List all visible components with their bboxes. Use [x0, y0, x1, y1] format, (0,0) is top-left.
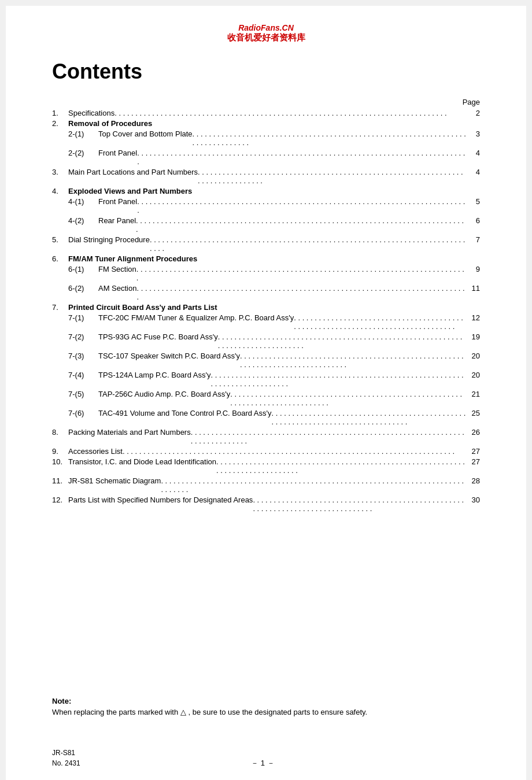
toc-heading-text: Printed Circuit Board Ass'y and Parts Li… [68, 303, 217, 312]
note-section: Note: When replacing the parts marked wi… [52, 697, 480, 716]
toc-row-2: 2-(1)Top Cover and Bottom Plate . . . . … [52, 130, 480, 147]
toc-sub-num: 4-(1) [68, 197, 98, 206]
toc-sub-num: 6-(2) [68, 284, 98, 293]
toc-text: Specifications [68, 109, 114, 117]
page-column-label: Page [52, 98, 480, 106]
chinese-text: 收音机爱好者资料库 [52, 32, 480, 43]
toc-page: 12 [466, 313, 480, 322]
toc-sub-num: 7-(3) [68, 352, 98, 360]
toc-row-11: 6-(2)AM Section . . . . . . . . . . . . … [52, 284, 480, 301]
note-text: When replacing the parts marked with △ ,… [52, 708, 480, 716]
toc-dots: . . . . . . . . . . . . . . . . . . . . … [137, 197, 466, 215]
toc-text: Packing Materials and Part Numbers [68, 428, 191, 437]
toc-row-15: 7-(3)TSC-107 Speaker Switch P.C. Board A… [52, 352, 480, 369]
toc-page: 19 [466, 332, 480, 341]
toc-row-16: 7-(4)TPS-124A Lamp P.C. Board Ass'y . . … [52, 371, 480, 388]
toc-row-4: 3.Main Part Locations and Part Numbers .… [52, 168, 480, 185]
toc-row-7: 4-(2)Rear Panel . . . . . . . . . . . . … [52, 216, 480, 234]
toc-num: 12. [52, 496, 68, 504]
toc-dots: . . . . . . . . . . . . . . . . . . . . … [136, 265, 466, 282]
toc-sub-num: 7-(1) [68, 313, 98, 322]
toc-dots: . . . . . . . . . . . . . . . . . . . . … [210, 371, 466, 388]
toc-page: 27 [466, 457, 480, 466]
toc-heading-text: Removal of Procedures [68, 119, 152, 128]
toc-row-23: 12.Parts List with Specified Numbers for… [52, 496, 480, 513]
toc-row-20: 9.Accessories List . . . . . . . . . . .… [52, 447, 480, 456]
note-title: Note: [52, 697, 480, 705]
toc-sub-num: 2-(2) [68, 149, 98, 157]
toc-page: 4 [466, 168, 480, 176]
toc-dots: . . . . . . . . . . . . . . . . . . . . … [216, 457, 466, 475]
toc-text: Dial Stringing Procedure [68, 235, 150, 244]
toc-page: 27 [466, 447, 480, 456]
site-name: RadioFans.CN [52, 23, 480, 32]
toc-dots: . . . . . . . . . . . . . . . . . . . . … [114, 109, 466, 117]
toc-dots: . . . . . . . . . . . . . . . . . . . . … [193, 130, 466, 147]
page-title: Contents [52, 60, 480, 84]
toc-dots: . . . . . . . . . . . . . . . . . . . . … [136, 284, 466, 301]
footer-page: － 1 － [80, 758, 445, 768]
toc-text: Front Panel [98, 149, 137, 157]
toc-text: Parts List with Specified Numbers for De… [68, 496, 253, 504]
toc-row-13: 7-(1)TFC-20C FM/AM Tuner & Equalizer Amp… [52, 313, 480, 331]
toc-text: TAP-256C Audio Amp. P.C. Board Ass'y [98, 390, 230, 398]
page: RadioFans.CN 收音机爱好者资料库 Contents Page 1.S… [6, 6, 526, 780]
toc-text: TSC-107 Speaker Switch P.C. Board Ass'y [98, 352, 240, 360]
footer: JR-S81 No. 2431 － 1 － [52, 748, 480, 768]
toc-dots: . . . . . . . . . . . . . . . . . . . . … [253, 496, 466, 513]
footer-left: JR-S81 No. 2431 [52, 748, 80, 768]
toc-row-8: 5.Dial Stringing Procedure . . . . . . .… [52, 235, 480, 253]
toc-page: 20 [466, 352, 480, 360]
toc-page: 9 [466, 265, 480, 273]
toc-row-5: 4.Exploded Views and Part Numbers [52, 187, 480, 195]
toc-text: JR-S81 Schematic Diagram [68, 476, 161, 485]
toc-dots: . . . . . . . . . . . . . . . . . . . . … [230, 390, 466, 407]
toc-sub-num: 7-(5) [68, 390, 98, 398]
toc-page: 30 [466, 496, 480, 504]
toc-num: 3. [52, 168, 68, 176]
toc-sub-num: 6-(1) [68, 265, 98, 273]
toc-page: 2 [466, 109, 480, 117]
toc-text: Top Cover and Bottom Plate [98, 130, 193, 138]
toc-num: 2. [52, 119, 68, 128]
toc-dots: . . . . . . . . . . . . . . . . . . . . … [271, 409, 466, 426]
toc-text: TFC-20C FM/AM Tuner & Equalizer Amp. P.C… [98, 313, 294, 322]
toc-dots: . . . . . . . . . . . . . . . . . . . . … [218, 332, 466, 350]
toc-text: Transistor, I.C. and Diode Lead Identifi… [68, 457, 216, 466]
toc-text: AM Section [98, 284, 136, 293]
toc-row-12: 7.Printed Circuit Board Ass'y and Parts … [52, 303, 480, 312]
toc-num: 7. [52, 303, 68, 312]
toc-dots: . . . . . . . . . . . . . . . . . . . . … [150, 235, 466, 253]
toc-row-3: 2-(2)Front Panel . . . . . . . . . . . .… [52, 149, 480, 166]
toc-page: 6 [466, 216, 480, 225]
toc-page: 3 [466, 130, 480, 138]
toc-num: 9. [52, 447, 68, 456]
toc-heading-text: FM/AM Tuner Alignment Procedures [68, 254, 197, 263]
toc-dots: . . . . . . . . . . . . . . . . . . . . … [191, 428, 466, 445]
toc-row-9: 6.FM/AM Tuner Alignment Procedures [52, 254, 480, 263]
toc-num: 4. [52, 187, 68, 195]
toc-row-22: 11.JR-S81 Schematic Diagram . . . . . . … [52, 476, 480, 494]
toc-row-17: 7-(5)TAP-256C Audio Amp. P.C. Board Ass'… [52, 390, 480, 407]
toc-sub-num: 2-(1) [68, 130, 98, 138]
toc-num: 5. [52, 235, 68, 244]
toc-container: 1.Specifications . . . . . . . . . . . .… [52, 109, 480, 513]
toc-page: 21 [466, 390, 480, 398]
toc-text: Main Part Locations and Part Numbers [68, 168, 198, 176]
toc-text: Front Panel [98, 197, 137, 206]
toc-page: 7 [466, 235, 480, 244]
toc-text: TPS-93G AC Fuse P.C. Board Ass'y [98, 332, 218, 341]
toc-row-18: 7-(6)TAC-491 Volume and Tone Control P.C… [52, 409, 480, 426]
toc-row-1: 2.Removal of Procedures [52, 119, 480, 128]
toc-row-10: 6-(1)FM Section . . . . . . . . . . . . … [52, 265, 480, 282]
toc-dots: . . . . . . . . . . . . . . . . . . . . … [136, 216, 466, 234]
toc-page: 20 [466, 371, 480, 379]
toc-dots: . . . . . . . . . . . . . . . . . . . . … [123, 447, 466, 456]
toc-dots: . . . . . . . . . . . . . . . . . . . . … [198, 168, 466, 185]
toc-row-6: 4-(1)Front Panel . . . . . . . . . . . .… [52, 197, 480, 215]
header: RadioFans.CN 收音机爱好者资料库 [52, 23, 480, 43]
toc-page: 11 [466, 284, 480, 293]
toc-num: 6. [52, 254, 68, 263]
toc-text: FM Section [98, 265, 136, 273]
toc-row-19: 8.Packing Materials and Part Numbers . .… [52, 428, 480, 445]
